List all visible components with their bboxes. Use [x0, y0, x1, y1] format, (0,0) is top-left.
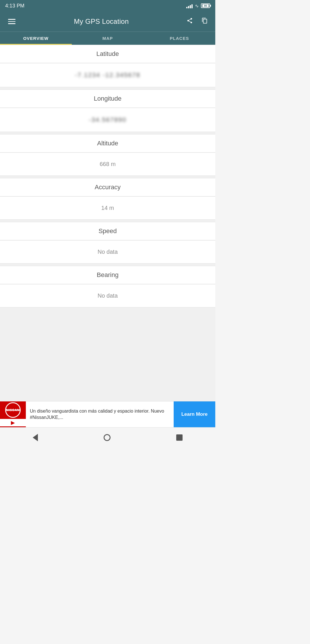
signal-icon [186, 3, 193, 8]
bearing-label: Bearing [0, 266, 215, 284]
tabs-bar: OVERVIEW MAP PLACES [0, 32, 215, 45]
learn-more-button[interactable]: Learn More [174, 401, 215, 427]
home-icon [104, 434, 111, 441]
menu-button[interactable] [6, 17, 18, 26]
altitude-section: Altitude 668 m [0, 134, 215, 176]
latitude-label: Latitude [0, 45, 215, 63]
speed-value: No data [0, 240, 215, 264]
bottom-nav [0, 427, 215, 447]
latitude-section: Latitude -7.1234 -12.345678 [0, 45, 215, 87]
app-bar-actions [185, 16, 210, 27]
tab-places[interactable]: PLACES [144, 32, 215, 45]
copy-button[interactable] [200, 16, 210, 27]
longitude-label: Longitude [0, 89, 215, 108]
accuracy-label: Accuracy [0, 178, 215, 196]
altitude-label: Altitude [0, 134, 215, 153]
longitude-section: Longitude -34.567890 [0, 89, 215, 132]
app-title: My GPS Location [18, 17, 185, 26]
home-button[interactable] [95, 431, 119, 444]
nissan-logo: NISSAN [5, 402, 21, 418]
speed-label: Speed [0, 222, 215, 240]
status-bar: 4:13 PM ∿ 86 [0, 0, 215, 11]
stop-button[interactable] [168, 432, 191, 444]
wifi-icon: ∿ [195, 3, 199, 9]
status-time: 4:13 PM [5, 3, 24, 9]
app-bar: My GPS Location [0, 11, 215, 32]
share-button[interactable] [185, 16, 195, 27]
accuracy-value: 14 m [0, 196, 215, 220]
tab-map[interactable]: MAP [72, 32, 144, 45]
latitude-value: -7.1234 -12.345678 [0, 63, 215, 87]
battery-icon: 86 [201, 3, 210, 8]
tab-overview[interactable]: OVERVIEW [0, 32, 72, 45]
back-button[interactable] [24, 431, 46, 444]
status-icons: ∿ 86 [186, 3, 210, 9]
main-content: Latitude -7.1234 -12.345678 Longitude -3… [0, 45, 215, 401]
bearing-section: Bearing No data [0, 266, 215, 307]
ad-logo: NISSAN ▶ [0, 401, 26, 427]
ad-text: Un diseño vanguardista con más calidad y… [26, 405, 174, 424]
speed-section: Speed No data [0, 222, 215, 264]
altitude-value: 668 m [0, 153, 215, 176]
back-icon [33, 434, 38, 441]
bearing-value: No data [0, 284, 215, 307]
accuracy-section: Accuracy 14 m [0, 178, 215, 220]
longitude-value: -34.567890 [0, 108, 215, 132]
ad-banner: NISSAN ▶ Un diseño vanguardista con más … [0, 401, 215, 427]
stop-icon [176, 434, 183, 441]
